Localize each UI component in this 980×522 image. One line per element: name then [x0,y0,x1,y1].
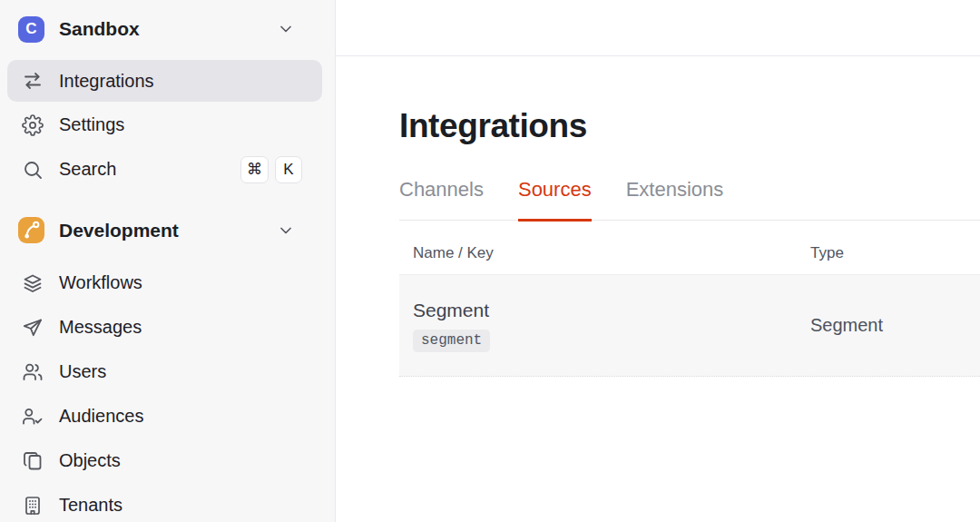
k-keycap: K [275,156,302,183]
section-label: Development [59,220,179,241]
search-icon [22,159,44,181]
chevron-down-icon [277,20,295,38]
sidebar-item-audiences[interactable]: Audiences [0,394,335,438]
sidebar-item-users[interactable]: Users [0,350,335,394]
sidebar-section-development[interactable]: Development [0,208,335,252]
sidebar-item-label: Tenants [59,495,122,516]
sidebar-item-workflows[interactable]: Workflows [0,261,335,305]
table-row[interactable]: Segment segment Segment [399,274,980,377]
swap-horizontal-icon [22,70,44,92]
gear-icon [22,114,44,136]
source-name-cell: Segment segment [399,300,810,352]
sidebar-item-label: Objects [59,450,121,471]
sidebar-item-tenants[interactable]: Tenants [0,483,335,522]
sidebar-item-search[interactable]: Search ⌘ K [0,147,335,192]
tab-extensions[interactable]: Extensions [626,178,724,222]
sidebar: C Sandbox Integrations Settings Search ⌘… [0,0,336,522]
users-icon [22,361,44,383]
main-content: Integrations Channels Sources Extensions… [336,0,980,522]
tab-sources[interactable]: Sources [518,178,592,222]
building-icon [22,495,44,517]
sidebar-item-label: Integrations [59,71,154,92]
page-title: Integrations [399,106,980,146]
command-keycap: ⌘ [240,156,269,183]
sidebar-item-integrations[interactable]: Integrations [7,60,322,102]
sidebar-item-label: Search [59,159,116,180]
development-branch-icon [18,217,44,243]
development-nav-list: Workflows Messages Users Audiences Objec [0,261,335,522]
sidebar-item-label: Users [59,361,106,382]
sources-table: Name / Key Type Segment segment Segment [399,221,980,377]
column-header-name-key: Name / Key [399,244,810,262]
sidebar-item-label: Audiences [59,406,143,427]
top-bar [336,0,980,56]
sidebar-item-settings[interactable]: Settings [0,103,335,147]
paper-plane-icon [22,317,44,339]
source-name: Segment [413,300,489,321]
search-shortcut: ⌘ K [240,156,302,183]
workspace-switcher[interactable]: C Sandbox [0,0,335,58]
copy-pages-icon [22,450,44,472]
table-header: Name / Key Type [399,221,980,274]
sidebar-item-objects[interactable]: Objects [0,438,335,483]
chevron-down-icon [277,222,295,240]
sidebar-item-label: Settings [59,114,124,135]
tab-channels[interactable]: Channels [399,178,484,222]
source-key-badge: segment [413,330,490,352]
column-header-type: Type [810,244,980,262]
sidebar-item-label: Messages [59,317,142,338]
user-check-icon [22,406,44,428]
workspace-name: Sandbox [59,18,140,40]
layers-icon [22,272,44,294]
sidebar-item-messages[interactable]: Messages [0,305,335,350]
sidebar-item-label: Workflows [59,272,142,293]
source-type: Segment [810,315,980,336]
courier-logo: C [18,16,44,43]
tab-bar: Channels Sources Extensions [399,178,980,221]
